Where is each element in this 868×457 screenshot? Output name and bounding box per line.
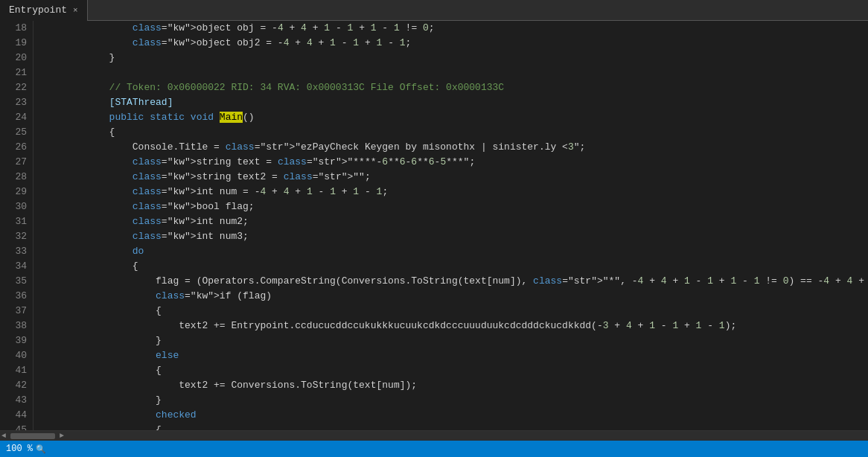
code-line: // Token: 0x06000022 RID: 34 RVA: 0x0000… <box>39 80 868 95</box>
line-number: 28 <box>6 170 27 185</box>
code-line: public static void Main() <box>39 110 868 125</box>
tab-label: Entrypoint <box>9 4 67 16</box>
code-line: class="kw">string text2 = class="str">""… <box>39 170 868 185</box>
code-line: class="kw">int num2; <box>39 214 868 229</box>
code-line: text2 += Conversions.ToString(text[num])… <box>39 378 868 393</box>
line-number: 36 <box>6 289 27 304</box>
line-number: 22 <box>6 80 27 95</box>
line-number: 33 <box>6 244 27 259</box>
line-number: 37 <box>6 304 27 319</box>
line-number: 42 <box>6 378 27 393</box>
code-line: [STAThread] <box>39 95 868 110</box>
code-line: else <box>39 348 868 363</box>
line-number: 34 <box>6 259 27 274</box>
zoom-icon: 🔍 <box>36 444 46 454</box>
scroll-thumb-horizontal[interactable] <box>10 433 55 439</box>
line-number: 26 <box>6 140 27 155</box>
line-number: 24 <box>6 110 27 125</box>
line-number: 23 <box>6 95 27 110</box>
code-line: { <box>39 363 868 378</box>
code-lines: class="kw">object obj = -4 + 4 + 1 - 1 +… <box>33 21 868 430</box>
line-number: 21 <box>6 65 27 80</box>
code-line: checked <box>39 408 868 423</box>
line-number: 25 <box>6 125 27 140</box>
line-number: 27 <box>6 155 27 170</box>
line-number: 30 <box>6 199 27 214</box>
line-number: 19 <box>6 36 27 51</box>
tab-close-icon[interactable]: × <box>73 6 78 15</box>
code-line: class="kw">int num = -4 + 4 + 1 - 1 + 1 … <box>39 185 868 199</box>
line-numbers: 1819202122232425262728293031323334353637… <box>0 21 33 430</box>
code-line: class="kw">string text = class="str">"**… <box>39 155 868 170</box>
code-line: { <box>39 304 868 319</box>
code-line: { <box>39 423 868 430</box>
line-number: 18 <box>6 21 27 36</box>
code-container[interactable]: 1819202122232425262728293031323334353637… <box>0 21 868 430</box>
status-bar: 100 % 🔍 <box>0 441 868 457</box>
line-number: 35 <box>6 274 27 289</box>
code-line: Console.Title = class="str">"ezPayCheck … <box>39 140 868 155</box>
scroll-left-arrow[interactable]: ◄ <box>0 432 7 440</box>
code-line: flag = (Operators.CompareString(Conversi… <box>39 274 868 289</box>
line-number: 39 <box>6 333 27 348</box>
code-line: { <box>39 125 868 140</box>
code-line: class="kw">bool flag; <box>39 199 868 214</box>
code-line: { <box>39 259 868 274</box>
line-number: 32 <box>6 229 27 244</box>
line-number: 43 <box>6 393 27 408</box>
tab[interactable]: Entrypoint × <box>0 0 88 21</box>
code-line: text2 += Entrypoint.ccducucddccukukkkucu… <box>39 319 868 333</box>
code-line: class="kw">object obj2 = -4 + 4 + 1 - 1 … <box>39 36 868 51</box>
code-line: } <box>39 393 868 408</box>
code-area: 1819202122232425262728293031323334353637… <box>0 21 868 441</box>
scroll-right-arrow[interactable]: ► <box>58 432 66 440</box>
line-number: 40 <box>6 348 27 363</box>
title-bar: Entrypoint × <box>0 0 868 21</box>
code-line: class="kw">object obj = -4 + 4 + 1 - 1 +… <box>39 21 868 36</box>
zoom-level: 100 % <box>6 444 33 454</box>
code-line: do <box>39 244 868 259</box>
line-number: 45 <box>6 423 27 430</box>
bottom-scroll[interactable]: ◄ ► <box>0 430 868 441</box>
code-line: class="kw">if (flag) <box>39 289 868 304</box>
code-line: } <box>39 333 868 348</box>
line-number: 38 <box>6 319 27 333</box>
line-number: 20 <box>6 51 27 65</box>
code-line <box>39 65 868 80</box>
line-number: 41 <box>6 363 27 378</box>
code-line: class="kw">int num3; <box>39 229 868 244</box>
line-number: 29 <box>6 185 27 199</box>
line-number: 44 <box>6 408 27 423</box>
line-number: 31 <box>6 214 27 229</box>
code-line: } <box>39 51 868 65</box>
